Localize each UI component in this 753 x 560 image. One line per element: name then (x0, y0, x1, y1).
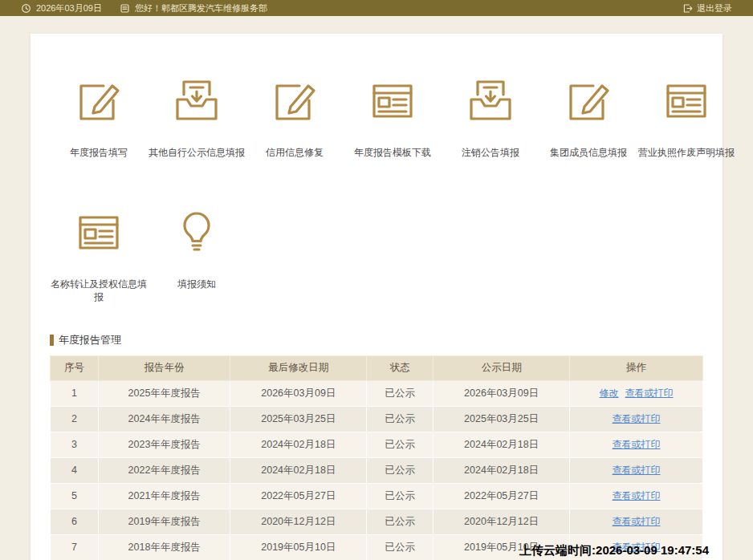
cell-modified: 2024年02月18日 (230, 457, 367, 483)
cell-year: 2021年年度报告 (99, 483, 230, 509)
cell-status: 已公示 (367, 457, 433, 483)
cell-actions: 查看或打印 (570, 432, 703, 457)
col-header-seq: 序号 (51, 355, 99, 380)
table-row: 3 2023年年度报告 2024年02月18日 已公示 2024年02月18日 … (51, 432, 703, 457)
quick-action-grid: 年度报告填写 其他自行公示信息填报 信用信息修复 年度报告模板下载 注销公告填报 (50, 75, 703, 304)
cell-actions: 查看或打印 (570, 457, 703, 483)
view-print-link[interactable]: 查看或打印 (613, 490, 661, 501)
cell-year: 2019年年度报告 (99, 509, 230, 534)
quick-action-other-publicity[interactable]: 其他自行公示信息填报 (148, 75, 246, 159)
section-title: 年度报告管理 (59, 333, 121, 347)
view-print-link[interactable]: 查看或打印 (613, 413, 661, 424)
cell-status: 已公示 (367, 406, 433, 432)
cell-seq: 4 (51, 457, 99, 483)
lightbulb-icon (171, 207, 222, 262)
cell-year: 2018年年度报告 (99, 534, 230, 560)
cell-year: 2025年年度报告 (99, 380, 230, 406)
cell-modified: 2025年03月25日 (230, 406, 367, 432)
template-browser-icon (661, 75, 712, 130)
quick-action-license-void[interactable]: 营业执照作废声明填报 (637, 75, 735, 159)
cell-actions: 修改查看或打印 (570, 380, 703, 406)
cell-year: 2024年年度报告 (99, 406, 230, 432)
inbox-tray-icon (465, 75, 516, 130)
table-row: 5 2021年年度报告 2022年05月27日 已公示 2022年05月27日 … (51, 483, 703, 509)
date-group: 2026年03月09日 (21, 2, 102, 14)
annual-report-table: 序号 报告年份 最后修改日期 状态 公示日期 操作 1 2025年年度报告 20… (50, 355, 703, 560)
cell-modified: 2020年12月12日 (230, 509, 367, 534)
table-header-row: 序号 报告年份 最后修改日期 状态 公示日期 操作 (51, 355, 703, 380)
id-card-icon (120, 3, 130, 14)
cell-actions: 查看或打印 (570, 509, 703, 534)
cell-modified: 2026年03月09日 (230, 380, 367, 406)
logout-button[interactable]: 退出登录 (682, 2, 732, 14)
table-row: 6 2019年年度报告 2020年12月12日 已公示 2020年12月12日 … (51, 509, 703, 534)
cell-seq: 1 (51, 380, 99, 406)
quick-action-filing-notes[interactable]: 填报须知 (148, 207, 246, 303)
cell-year: 2022年年度报告 (99, 457, 230, 483)
col-header-year: 报告年份 (99, 355, 230, 380)
cell-publish: 2024年02月18日 (433, 457, 570, 483)
quick-action-credit-repair[interactable]: 信用信息修复 (246, 75, 344, 159)
quick-action-name-transfer[interactable]: 名称转让及授权信息填报 (50, 207, 148, 303)
col-header-actions: 操作 (570, 355, 703, 380)
view-print-link[interactable]: 查看或打印 (625, 388, 674, 399)
quick-action-label: 集团成员信息填报 (539, 146, 637, 159)
inbox-tray-icon (171, 75, 222, 130)
cell-status: 已公示 (367, 380, 433, 406)
cell-publish: 2022年05月27日 (433, 483, 570, 509)
cell-publish: 2025年03月25日 (433, 406, 570, 432)
view-print-link[interactable]: 查看或打印 (613, 516, 661, 527)
quick-action-label: 年度报告模板下载 (344, 146, 442, 159)
view-print-link[interactable]: 查看或打印 (613, 439, 661, 450)
upload-time-overlay: 上传云端时间:2026-03-09 19:47:54 (519, 543, 709, 558)
section-marker (50, 335, 54, 346)
quick-action-label: 年度报告填写 (50, 146, 148, 159)
quick-action-label: 名称转让及授权信息填报 (50, 278, 148, 303)
current-date: 2026年03月09日 (36, 2, 102, 14)
quick-action-label: 填报须知 (148, 278, 246, 290)
topbar: 2026年03月09日 您好！郫都区腾发汽车维修服务部 退出登录 (0, 0, 753, 16)
greeting-group: 您好！郫都区腾发汽车维修服务部 (120, 2, 267, 14)
cell-seq: 5 (51, 483, 99, 509)
template-browser-icon (367, 75, 418, 130)
cell-seq: 3 (51, 432, 99, 457)
cell-status: 已公示 (367, 509, 433, 534)
quick-action-label: 营业执照作废声明填报 (637, 146, 735, 159)
template-browser-icon (73, 207, 124, 262)
quick-action-label: 其他自行公示信息填报 (148, 146, 246, 159)
main-card: 年度报告填写 其他自行公示信息填报 信用信息修复 年度报告模板下载 注销公告填报 (31, 34, 722, 560)
quick-action-annual-report-fill[interactable]: 年度报告填写 (50, 75, 148, 159)
cell-seq: 7 (51, 534, 99, 560)
quick-action-template-download[interactable]: 年度报告模板下载 (344, 75, 442, 159)
cell-status: 已公示 (367, 534, 433, 560)
quick-action-group-member[interactable]: 集团成员信息填报 (539, 75, 637, 159)
edit-doc-icon (269, 75, 320, 130)
edit-doc-icon (563, 75, 614, 130)
cell-seq: 2 (51, 406, 99, 432)
cell-seq: 6 (51, 509, 99, 534)
col-header-status: 状态 (367, 355, 433, 380)
greeting-text: 您好！郫都区腾发汽车维修服务部 (135, 2, 267, 14)
annual-report-section-header: 年度报告管理 (50, 333, 703, 347)
quick-action-label: 注销公告填报 (442, 146, 539, 159)
cell-actions: 查看或打印 (570, 406, 703, 432)
table-row: 1 2025年年度报告 2026年03月09日 已公示 2026年03月09日 … (51, 380, 703, 406)
clock-icon (21, 3, 31, 14)
view-print-link[interactable]: 查看或打印 (613, 465, 661, 476)
cell-publish: 2026年03月09日 (433, 380, 570, 406)
cell-modified: 2022年05月27日 (230, 483, 367, 509)
quick-action-cancellation-notice[interactable]: 注销公告填报 (442, 75, 539, 159)
cell-year: 2023年年度报告 (99, 432, 230, 457)
modify-link[interactable]: 修改 (600, 388, 619, 399)
cell-status: 已公示 (367, 483, 433, 509)
col-header-publish: 公示日期 (433, 355, 570, 380)
cell-status: 已公示 (367, 432, 433, 457)
cell-modified: 2019年05月10日 (230, 534, 367, 560)
logout-icon (682, 3, 693, 14)
quick-action-label: 信用信息修复 (246, 146, 344, 159)
col-header-modified: 最后修改日期 (230, 355, 367, 380)
cell-publish: 2020年12月12日 (433, 509, 570, 534)
cell-modified: 2024年02月18日 (230, 432, 367, 457)
edit-doc-icon (73, 75, 124, 130)
table-row: 2 2024年年度报告 2025年03月25日 已公示 2025年03月25日 … (51, 406, 703, 432)
